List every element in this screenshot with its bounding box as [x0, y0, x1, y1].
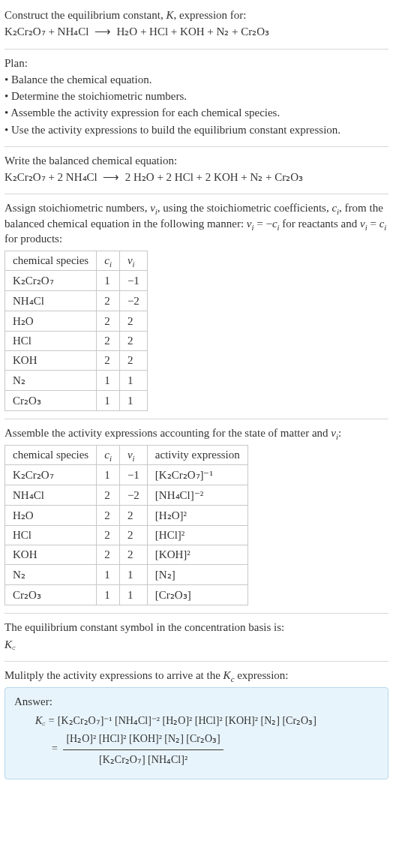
c-i: ci — [380, 218, 387, 230]
multiply-section: Mulitply the activity expressions to arr… — [4, 662, 388, 787]
col-ci: ci — [97, 251, 120, 271]
intro-line: Construct the equilibrium constant, K, e… — [4, 8, 388, 23]
col-vi: νi — [119, 251, 147, 271]
plan-bullet-3: • Assemble the activity expression for e… — [4, 105, 388, 120]
table-row: NH₄Cl2−2[NH₄Cl]⁻² — [5, 485, 248, 506]
stoich-table: chemical species ci νi K₂Cr₂O₇1−1 NH₄Cl2… — [4, 251, 148, 411]
activity-section: Assemble the activity expressions accoun… — [4, 419, 388, 613]
cell-v: −2 — [119, 291, 147, 311]
col-activity: activity expression — [147, 446, 248, 465]
c-i: ci — [332, 202, 339, 214]
nu-i: νi — [331, 427, 338, 439]
cell-species: NH₄Cl — [5, 291, 97, 311]
text: , expression for: — [173, 9, 246, 21]
cell-activity: [Cr₂O₃] — [147, 585, 248, 605]
kc-symbol: K꜀ — [4, 637, 388, 652]
symbol-text: The equilibrium constant symbol in the c… — [4, 620, 388, 635]
stoich-section: Assign stoichiometric numbers, νi, using… — [4, 194, 388, 419]
cell-species: KOH — [5, 545, 97, 565]
balanced-heading: Write the balanced chemical equation: — [4, 153, 388, 168]
cell-c: 2 — [97, 485, 120, 506]
cell-c: 1 — [97, 391, 120, 411]
col-species: chemical species — [5, 251, 97, 271]
fraction-denominator: [K₂Cr₂O₇] [NH₄Cl]² — [63, 750, 223, 768]
cell-activity: [H₂O]² — [147, 506, 248, 526]
cell-activity: [K₂Cr₂O₇]⁻¹ — [147, 465, 248, 485]
table-row: HCl22[HCl]² — [5, 526, 248, 545]
cell-species: Cr₂O₃ — [5, 585, 97, 605]
nu-i: νi — [150, 202, 158, 214]
kc: K꜀ — [4, 638, 16, 650]
table-row: K₂Cr₂O₇1−1[K₂Cr₂O₇]⁻¹ — [5, 465, 248, 485]
cell-v: 2 — [119, 526, 147, 545]
text: Mulitply the activity expressions to arr… — [4, 669, 224, 681]
cell-v: 2 — [119, 506, 147, 526]
cell-species: HCl — [5, 332, 97, 351]
answer-line-2: = [H₂O]² [HCl]² [KOH]² [N₂] [Cr₂O₃] [K₂C… — [52, 729, 379, 770]
col-vi: νi — [119, 446, 147, 465]
cell-species: K₂Cr₂O₇ — [5, 271, 97, 291]
cell-species: K₂Cr₂O₇ — [5, 465, 97, 485]
intro-section: Construct the equilibrium constant, K, e… — [4, 2, 388, 49]
cell-species: H₂O — [5, 506, 97, 526]
cell-activity: [KOH]² — [147, 545, 248, 565]
text: expression: — [234, 669, 288, 681]
cell-activity: [HCl]² — [147, 526, 248, 545]
cell-c: 2 — [97, 291, 120, 311]
cell-species: NH₄Cl — [5, 485, 97, 506]
text: for products: — [4, 233, 62, 245]
cell-c: 2 — [97, 311, 120, 332]
balanced-lhs: K₂Cr₂O₇ + 2 NH₄Cl — [4, 171, 98, 183]
table-row: NH₄Cl2−2 — [5, 291, 148, 311]
answer-line-1: K꜀ = [K₂Cr₂O₇]⁻¹ [NH₄Cl]⁻² [H₂O]² [HCl]²… — [35, 713, 379, 729]
reaction-arrow: ⟶ — [94, 26, 111, 38]
cell-species: N₂ — [5, 565, 97, 585]
cell-c: 1 — [97, 371, 120, 391]
c-i: ci — [272, 218, 280, 230]
fraction: [H₂O]² [HCl]² [KOH]² [N₂] [Cr₂O₃] [K₂Cr₂… — [63, 731, 223, 768]
table-row: K₂Cr₂O₇1−1 — [5, 271, 148, 291]
stoich-text: Assign stoichiometric numbers, νi, using… — [4, 200, 388, 246]
table-row: N₂11 — [5, 371, 148, 391]
activity-text: Assemble the activity expressions accoun… — [4, 425, 388, 440]
cell-c: 1 — [97, 585, 120, 605]
table-row: Cr₂O₃11[Cr₂O₃] — [5, 585, 248, 605]
cell-species: Cr₂O₃ — [5, 391, 97, 411]
table-row: H₂O22[H₂O]² — [5, 506, 248, 526]
cell-c: 1 — [97, 565, 120, 585]
balanced-rhs: 2 H₂O + 2 HCl + 2 KOH + N₂ + Cr₂O₃ — [125, 171, 303, 183]
italic-K: K — [166, 9, 173, 21]
col-species: chemical species — [5, 446, 97, 465]
cell-v: −1 — [119, 465, 147, 485]
cell-v: 1 — [119, 585, 147, 605]
eq: = — [52, 743, 60, 755]
balanced-reaction: K₂Cr₂O₇ + 2 NH₄Cl ⟶ 2 H₂O + 2 HCl + 2 KO… — [4, 170, 388, 185]
cell-species: HCl — [5, 526, 97, 545]
table-header-row: chemical species ci νi activity expressi… — [5, 446, 248, 465]
table-header-row: chemical species ci νi — [5, 251, 148, 271]
cell-c: 2 — [97, 545, 120, 565]
answer-title: Answer: — [14, 695, 379, 708]
cell-v: 2 — [119, 351, 147, 371]
text: for reactants and — [280, 218, 360, 230]
answer-box: Answer: K꜀ = [K₂Cr₂O₇]⁻¹ [NH₄Cl]⁻² [H₂O]… — [4, 687, 388, 779]
plan-bullet-2: • Determine the stoichiometric numbers. — [4, 89, 388, 104]
table-row: H₂O22 — [5, 311, 148, 332]
fraction-numerator: [H₂O]² [HCl]² [KOH]² [N₂] [Cr₂O₃] — [63, 731, 223, 749]
cell-c: 2 — [97, 351, 120, 371]
table-row: N₂11[N₂] — [5, 565, 248, 585]
plan-section: Plan: • Balance the chemical equation. •… — [4, 50, 388, 146]
cell-v: 1 — [119, 371, 147, 391]
cell-c: 1 — [97, 271, 120, 291]
nu-i: νi — [360, 218, 368, 230]
cell-v: 2 — [119, 545, 147, 565]
cell-species: KOH — [5, 351, 97, 371]
document-root: Construct the equilibrium constant, K, e… — [0, 0, 393, 796]
cell-c: 2 — [97, 506, 120, 526]
kc: Kc — [224, 669, 235, 681]
cell-activity: [NH₄Cl]⁻² — [147, 485, 248, 506]
balanced-arrow: ⟶ — [103, 171, 119, 183]
table-row: Cr₂O₃11 — [5, 391, 148, 411]
table-row: KOH22 — [5, 351, 148, 371]
cell-v: 1 — [119, 391, 147, 411]
